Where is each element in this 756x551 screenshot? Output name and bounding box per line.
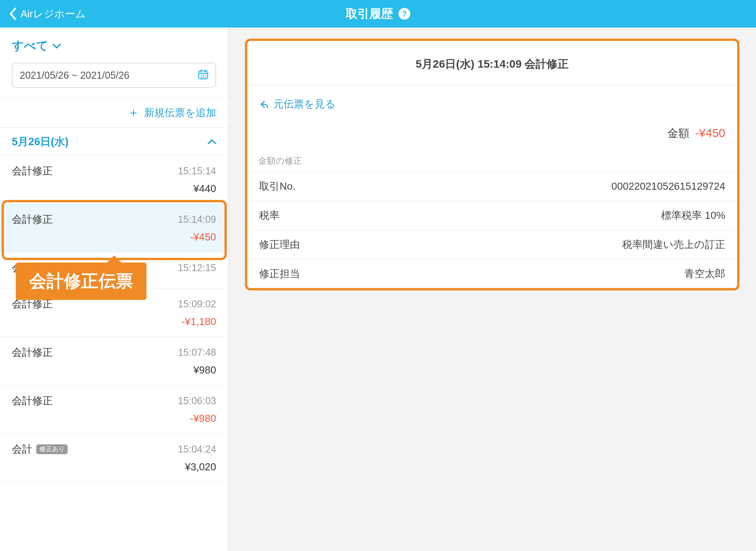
transaction-amount: ¥980: [193, 364, 216, 376]
transaction-row[interactable]: 会計 修正あり 15:04:24 ¥3,020: [0, 434, 228, 482]
detail-kv-value: 00022021052615129724: [611, 180, 725, 192]
detail-kv-value: 税率間違い売上の訂正: [622, 238, 725, 251]
detail-amount-row: 金額 -¥450: [247, 115, 737, 155]
add-slip-button[interactable]: ＋ 新規伝票を追加: [0, 97, 228, 128]
chevron-left-icon: [9, 7, 17, 20]
svg-point-8: [203, 77, 204, 78]
filter-label: すべて: [12, 38, 48, 54]
detail-kv-key: 取引No.: [259, 179, 295, 193]
transaction-time: 15:12:15: [178, 262, 216, 274]
transaction-title: 会計修正: [12, 164, 53, 178]
svg-point-4: [201, 75, 202, 76]
chevron-down-icon: [52, 42, 61, 50]
date-range-input[interactable]: [12, 63, 216, 88]
modified-badge: 修正あり: [36, 444, 68, 454]
transaction-row[interactable]: 会計修正 15:14:09 -¥450: [0, 204, 228, 252]
svg-point-9: [205, 77, 206, 78]
transaction-time: 15:14:09: [178, 214, 216, 225]
view-original-label: 元伝票を見る: [273, 97, 335, 111]
transaction-row[interactable]: 会計修正 15:07:48 ¥980: [0, 337, 228, 385]
detail-kv-row: 修正担当 青空太郎: [247, 259, 737, 288]
day-header[interactable]: 5月26日(水): [0, 128, 228, 155]
app-header: Airレジホーム 取引履歴 ?: [0, 0, 756, 28]
detail-kv-row: 取引No. 00022021052615129724: [247, 172, 737, 201]
detail-amount-label: 金額: [667, 126, 689, 141]
calendar-icon: [197, 68, 209, 82]
return-arrow-icon: [258, 99, 269, 109]
detail-kv-value: 青空太郎: [684, 267, 725, 281]
svg-point-6: [205, 75, 206, 76]
plus-icon: ＋: [128, 105, 139, 121]
transaction-amount: -¥980: [190, 412, 217, 425]
transaction-amount: -¥1,180: [182, 316, 216, 328]
transaction-title: 会計修正: [12, 394, 53, 408]
detail-card: 5月26日(水) 15:14:09 会計修正 元伝票を見る 金額 -¥450 金…: [245, 39, 739, 290]
transaction-amount: ¥3,020: [185, 461, 216, 473]
filter-dropdown[interactable]: すべて: [12, 38, 61, 54]
svg-point-7: [201, 77, 202, 78]
transaction-time: 15:06:03: [178, 395, 216, 407]
svg-point-5: [203, 75, 204, 76]
detail-section-label: 金額の修正: [247, 155, 737, 172]
chevron-up-icon: [208, 137, 216, 146]
back-button[interactable]: Airレジホーム: [9, 7, 86, 21]
callout-label: 会計修正伝票: [16, 263, 146, 300]
transaction-time: 15:04:24: [178, 444, 216, 455]
detail-title: 5月26日(水) 15:14:09 会計修正: [247, 41, 737, 85]
day-header-label: 5月26日(水): [12, 135, 69, 149]
detail-pane: 5月26日(水) 15:14:09 会計修正 元伝票を見る 金額 -¥450 金…: [228, 28, 756, 551]
transaction-title: 会計修正: [12, 346, 53, 359]
back-label: Airレジホーム: [20, 7, 86, 21]
add-slip-label: 新規伝票を追加: [144, 106, 216, 120]
detail-kv-row: 税率 標準税率 10%: [247, 201, 737, 230]
date-range-field[interactable]: [12, 63, 216, 88]
transaction-row[interactable]: 会計修正 15:15:14 ¥440: [0, 155, 228, 204]
transaction-title: 会計修正: [12, 213, 53, 226]
detail-kv-row: 修正理由 税率間違い売上の訂正: [247, 230, 737, 259]
transaction-time: 15:07:48: [178, 347, 216, 358]
page-title: 取引履歴: [346, 6, 393, 22]
view-original-link[interactable]: 元伝票を見る: [247, 85, 737, 115]
detail-kv-value: 標準税率 10%: [661, 209, 725, 222]
transaction-amount: ¥440: [193, 183, 216, 195]
transaction-amount: -¥450: [190, 231, 217, 243]
transaction-time: 15:09:02: [178, 298, 216, 310]
detail-kv-list: 取引No. 00022021052615129724 税率 標準税率 10% 修…: [247, 172, 737, 288]
detail-kv-key: 修正理由: [259, 238, 300, 251]
sidebar: すべて: [0, 28, 228, 551]
detail-kv-key: 修正担当: [259, 267, 300, 281]
transaction-title: 会計 修正あり: [12, 442, 68, 456]
transaction-list: 会計修正 15:15:14 ¥440 会計修正 15:14:09 -¥450 会…: [0, 155, 228, 551]
transaction-row[interactable]: 会計修正 15:06:03 -¥980: [0, 385, 228, 434]
help-icon[interactable]: ?: [398, 8, 410, 20]
transaction-time: 15:15:14: [178, 165, 216, 177]
detail-amount-value: -¥450: [695, 126, 725, 140]
detail-kv-key: 税率: [259, 209, 280, 222]
